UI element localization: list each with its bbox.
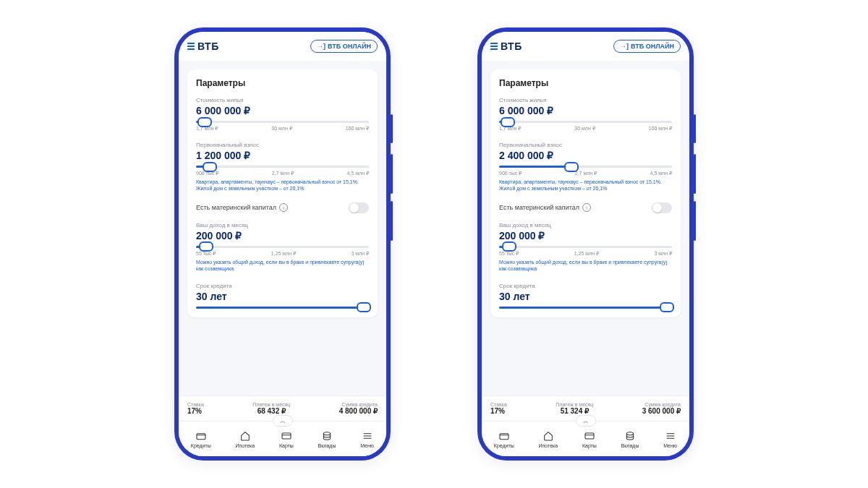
nav-mortgage[interactable]: Ипотека xyxy=(236,430,255,448)
amount-value: 3 600 000 ₽ xyxy=(642,407,681,415)
nav-deposits[interactable]: Вклады xyxy=(621,430,639,448)
top-bar: ВТБ →] ВТБ ОНЛАЙН xyxy=(482,32,689,61)
logo-icon xyxy=(490,43,498,50)
price-slider[interactable] xyxy=(196,121,369,123)
nav-menu[interactable]: Меню xyxy=(663,430,677,448)
term-param: Срок кредита 30 лет xyxy=(196,283,369,309)
phone-left: ВТБ →] ВТБ ОНЛАЙН Параметры Стоимость жи… xyxy=(174,27,391,461)
svg-point-2 xyxy=(323,432,330,435)
matcapital-toggle[interactable] xyxy=(652,202,672,213)
coins-icon xyxy=(321,430,333,442)
matcapital-toggle[interactable] xyxy=(349,202,369,213)
top-bar: ВТБ →] ВТБ ОНЛАЙН xyxy=(179,32,386,61)
brand-text: ВТБ xyxy=(197,40,219,52)
matcapital-label: Есть материнский капитал i xyxy=(196,203,288,212)
rate-value: 17% xyxy=(187,407,204,415)
price-param: Стоимость жилья 6 000 000 ₽ 1,7 млн ₽ 30… xyxy=(196,97,369,132)
expand-icon[interactable]: ︿ xyxy=(576,415,596,427)
income-hint: Можно указать общий доход, если вы в бра… xyxy=(196,259,369,273)
svg-point-5 xyxy=(626,432,633,435)
rate-label: Ставка xyxy=(187,402,204,407)
login-icon: →] xyxy=(620,43,629,50)
term-label: Срок кредита xyxy=(196,283,369,289)
price-slider[interactable] xyxy=(499,121,672,123)
term-param: Срок кредита 30 лет xyxy=(499,283,672,309)
bottom-nav: ︿ Кредиты Ипотека Карты Вклады xyxy=(482,421,689,456)
wallet-icon xyxy=(195,430,207,442)
svg-rect-4 xyxy=(585,433,594,439)
income-label: Ваш доход в месяц xyxy=(196,222,369,228)
params-card: Параметры Стоимость жилья 6 000 000 ₽ 1,… xyxy=(187,69,378,317)
term-slider[interactable] xyxy=(196,307,369,309)
monthly-label: Платеж в месяц xyxy=(252,402,290,407)
nav-mortgage[interactable]: Ипотека xyxy=(539,430,558,448)
term-slider[interactable] xyxy=(499,307,672,309)
downpayment-slider[interactable] xyxy=(499,166,672,168)
svg-rect-1 xyxy=(282,433,291,439)
amount-label: Сумма кредита xyxy=(341,402,378,407)
coins-icon xyxy=(624,430,636,442)
menu-icon xyxy=(362,430,373,442)
home-icon xyxy=(239,430,251,442)
brand-logo: ВТБ xyxy=(187,40,219,52)
home-icon xyxy=(542,430,554,442)
rate-value: 17% xyxy=(490,407,507,415)
online-label: ВТБ ОНЛАЙН xyxy=(631,43,674,50)
amount-value: 4 800 000 ₽ xyxy=(339,407,378,415)
card-title: Параметры xyxy=(196,78,369,88)
online-label: ВТБ ОНЛАЙН xyxy=(328,43,371,50)
income-slider[interactable] xyxy=(499,246,672,248)
downpayment-param: Первоначальный взнос 1 200 000 ₽ 906 тыс… xyxy=(196,142,369,192)
info-icon[interactable]: i xyxy=(279,203,288,212)
nav-menu[interactable]: Меню xyxy=(360,430,374,448)
phone-right: ВТБ →] ВТБ ОНЛАЙН Параметры Стоимость жи… xyxy=(477,27,694,461)
term-value: 30 лет xyxy=(196,291,369,302)
downpayment-param: Первоначальный взнос 2 400 000 ₽ 906 тыс… xyxy=(499,142,672,192)
params-card: Параметры Стоимость жилья 6 000 000 ₽ 1,… xyxy=(490,69,681,317)
card-icon xyxy=(281,430,292,442)
downpayment-label: Первоначальный взнос xyxy=(196,142,369,148)
expand-icon[interactable]: ︿ xyxy=(273,415,293,427)
income-param: Ваш доход в месяц 200 000 ₽ 55 тыс ₽ 1,2… xyxy=(499,222,672,273)
price-value: 6 000 000 ₽ xyxy=(196,105,369,116)
brand-logo: ВТБ xyxy=(490,40,522,52)
svg-rect-3 xyxy=(500,433,509,439)
brand-text: ВТБ xyxy=(501,40,522,52)
wallet-icon xyxy=(498,430,510,442)
vtb-online-button[interactable]: →] ВТБ ОНЛАЙН xyxy=(310,40,378,53)
svg-rect-0 xyxy=(197,433,205,439)
login-icon: →] xyxy=(317,43,326,50)
menu-icon xyxy=(665,430,676,442)
nav-credits[interactable]: Кредиты xyxy=(494,430,514,448)
downpayment-value: 1 200 000 ₽ xyxy=(196,150,369,161)
price-param: Стоимость жилья 6 000 000 ₽ 1,7 млн ₽ 30… xyxy=(499,97,672,132)
monthly-value: 51 324 ₽ xyxy=(561,407,589,415)
income-slider[interactable] xyxy=(196,246,369,248)
downpayment-hint: Квартира, апартаменты, таунхаус – первон… xyxy=(196,179,369,192)
price-label: Стоимость жилья xyxy=(196,97,369,103)
info-icon[interactable]: i xyxy=(582,203,591,212)
nav-cards[interactable]: Карты xyxy=(582,430,597,448)
income-param: Ваш доход в месяц 200 000 ₽ 55 тыс ₽ 1,2… xyxy=(196,222,369,273)
nav-deposits[interactable]: Вклады xyxy=(318,430,336,448)
card-icon xyxy=(584,430,595,442)
logo-icon xyxy=(187,43,195,50)
nav-cards[interactable]: Карты xyxy=(279,430,294,448)
nav-credits[interactable]: Кредиты xyxy=(191,430,211,448)
bottom-nav: ︿ Кредиты Ипотека Карты Вклады xyxy=(179,421,386,456)
card-title: Параметры xyxy=(499,78,672,88)
vtb-online-button[interactable]: →] ВТБ ОНЛАЙН xyxy=(613,40,681,53)
downpayment-slider[interactable] xyxy=(196,166,369,168)
monthly-value: 68 432 ₽ xyxy=(258,407,286,415)
matcapital-label: Есть материнский капитал i xyxy=(499,203,591,212)
income-value: 200 000 ₽ xyxy=(196,230,369,241)
